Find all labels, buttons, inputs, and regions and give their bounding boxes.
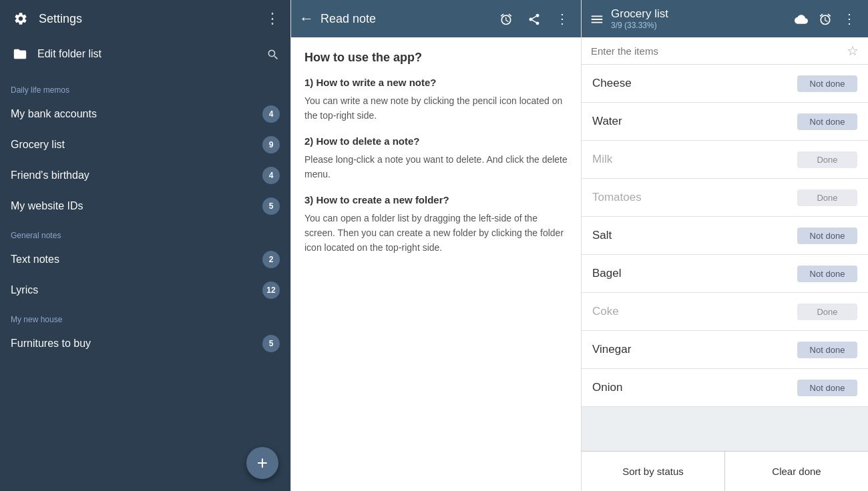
status-badge[interactable]: Done [797, 304, 857, 320]
item-badge: 9 [262, 136, 280, 153]
edit-folder-label: Edit folder list [37, 48, 101, 60]
status-badge[interactable]: Done [797, 151, 857, 168]
left-panel: Settings ⋮ Edit folder list Daily life m… [0, 0, 290, 491]
list-item[interactable]: Friend's birthday4 [0, 160, 290, 191]
section-header: Daily life memos [0, 76, 290, 99]
add-note-button[interactable]: + [246, 447, 278, 479]
right-header-icons: ⋮ [791, 8, 860, 29]
grocery-header: Grocery list 3/9 (33.33%) ⋮ [582, 0, 868, 37]
grocery-row[interactable]: CheeseNot done [582, 65, 868, 103]
grocery-row[interactable]: CokeDone [582, 293, 868, 331]
grocery-row[interactable]: BagelNot done [582, 255, 868, 293]
alarm-right-button[interactable] [815, 8, 836, 29]
more-options-right-button[interactable]: ⋮ [839, 8, 860, 29]
note-section-text: You can write a new note by clicking the… [304, 93, 568, 123]
list-item[interactable]: My bank accounts4 [0, 99, 290, 129]
right-panel: Grocery list 3/9 (33.33%) ⋮ ☆ CheeseNot … [581, 0, 868, 491]
item-badge: 5 [262, 197, 280, 215]
search-button[interactable] [266, 47, 280, 62]
grocery-row[interactable]: MilkDone [582, 141, 868, 179]
list-item-label: My website IDs [11, 200, 262, 212]
list-item[interactable]: My website IDs5 [0, 191, 290, 221]
grocery-item-name: Onion [592, 381, 797, 394]
settings-row: Settings ⋮ [0, 0, 290, 37]
share-icon-button[interactable] [523, 9, 545, 29]
item-badge: 4 [262, 167, 280, 184]
grocery-subtitle: 3/9 (33.33%) [611, 21, 784, 30]
status-badge[interactable]: Not done [797, 227, 857, 244]
grocery-item-name: Coke [592, 305, 797, 318]
grocery-item-name: Milk [592, 153, 797, 166]
section-header: My new house [0, 306, 290, 328]
more-options-button[interactable]: ⋮ [552, 8, 573, 29]
grocery-item-name: Salt [592, 229, 797, 242]
grocery-item-name: Vinegar [592, 343, 797, 356]
list-item-label: Furnitures to buy [11, 338, 262, 350]
note-section-title: 1) How to write a new note? [304, 77, 568, 88]
section-header: General notes [0, 221, 290, 244]
item-badge: 4 [262, 105, 280, 123]
read-note-header: ← Read note ⋮ [291, 0, 581, 37]
status-badge[interactable]: Done [797, 189, 857, 206]
settings-icon [11, 9, 31, 29]
edit-folder-row: Edit folder list [0, 37, 290, 71]
right-footer: Sort by status Clear done [582, 451, 868, 491]
grocery-item-name: Tomatoes [592, 191, 797, 204]
grocery-item-name: Bagel [592, 267, 797, 280]
cloud-icon-button[interactable] [791, 8, 812, 29]
settings-label: Settings [39, 12, 82, 26]
grocery-item-name: Cheese [592, 77, 797, 90]
item-badge: 5 [262, 335, 280, 352]
list-item[interactable]: Furnitures to buy5 [0, 328, 290, 359]
status-badge[interactable]: Not done [797, 75, 857, 92]
grocery-row[interactable]: SaltNot done [582, 217, 868, 255]
back-button[interactable]: ← [299, 10, 314, 27]
sort-by-status-button[interactable]: Sort by status [582, 452, 725, 491]
list-item-label: Text notes [11, 254, 262, 266]
list-item-label: Lyrics [11, 284, 262, 296]
left-menu-button[interactable]: ⋮ [265, 11, 280, 26]
item-badge: 12 [262, 282, 280, 299]
list-item[interactable]: Text notes2 [0, 244, 290, 275]
list-item-label: Grocery list [11, 139, 262, 151]
grocery-title: Grocery list [611, 7, 784, 21]
item-badge: 2 [262, 251, 280, 268]
hamburger-button[interactable] [590, 10, 604, 27]
grocery-row[interactable]: VinegarNot done [582, 331, 868, 369]
folder-icon [11, 45, 29, 63]
note-section-title: 2) How to delete a note? [304, 135, 568, 147]
note-section-text: Please long-click a note you want to del… [304, 152, 568, 182]
grocery-row[interactable]: TomatoesDone [582, 179, 868, 217]
star-button[interactable]: ☆ [847, 43, 859, 59]
list-item-label: Friend's birthday [11, 169, 262, 181]
alarm-icon-button[interactable] [495, 9, 517, 29]
status-badge[interactable]: Not done [797, 342, 857, 358]
note-section-text: You can open a folder list by dragging t… [304, 211, 568, 256]
read-note-title: Read note [320, 12, 489, 26]
list-item[interactable]: Grocery list9 [0, 129, 290, 160]
status-badge[interactable]: Not done [797, 380, 857, 396]
grocery-row[interactable]: WaterNot done [582, 103, 868, 141]
status-badge[interactable]: Not done [797, 266, 857, 282]
note-list: Daily life memosMy bank accounts4Grocery… [0, 71, 290, 491]
status-badge[interactable]: Not done [797, 113, 857, 130]
list-item[interactable]: Lyrics12 [0, 275, 290, 306]
grocery-list: CheeseNot doneWaterNot doneMilkDoneTomat… [582, 65, 868, 451]
note-content: How to use the app? 1) How to write a ne… [291, 37, 581, 491]
note-section-title: 3) How to create a new folder? [304, 194, 568, 205]
grocery-row[interactable]: OnionNot done [582, 369, 868, 407]
grocery-header-info: Grocery list 3/9 (33.33%) [611, 7, 784, 30]
middle-panel: ← Read note ⋮ How to use the app? 1) How… [290, 0, 581, 491]
item-search-input[interactable] [591, 45, 841, 57]
grocery-item-name: Water [592, 115, 797, 128]
list-item-label: My bank accounts [11, 108, 262, 120]
search-bar: ☆ [582, 37, 868, 65]
clear-done-button[interactable]: Clear done [725, 452, 868, 491]
note-heading: How to use the app? [304, 51, 568, 65]
